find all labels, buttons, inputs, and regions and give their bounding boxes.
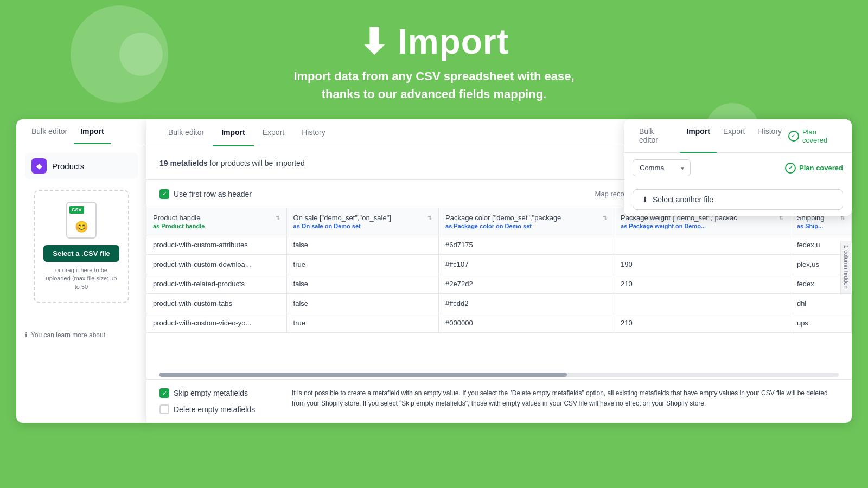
csv-upload-area: 😊 Select a .CSV file or drag it here to … (34, 190, 129, 303)
csv-face: 😊 (75, 220, 88, 233)
products-icon-shape: ◆ (36, 162, 42, 170)
left-panel-tabs: Bulk editor Import (16, 119, 146, 144)
import-count-number: 19 (159, 159, 168, 168)
right-plan-covered-text: Plan covered (802, 128, 843, 144)
right-overlay: Bulk editor Import Export History ✓ Plan… (624, 119, 852, 216)
header-checkbox-row: ✓ Use first row as header (159, 189, 586, 199)
download-icon: ⬇ (359, 22, 389, 62)
select-another-file-label: Select another file (653, 195, 713, 204)
col-as-shipping: as Ship... (797, 223, 845, 229)
data-table-wrapper: Product handle ⇅ as Product handle On sa… (146, 208, 852, 370)
cell-2-2: #2e72d2 (439, 274, 614, 294)
cell-4-3: 210 (614, 313, 790, 333)
cell-2-3: 210 (614, 274, 790, 294)
data-table: Product handle ⇅ as Product handle On sa… (146, 208, 852, 333)
products-label: Products (52, 162, 84, 171)
col-header-package-color: Package color ["demo_set","package (445, 214, 561, 222)
right-tab-history[interactable]: History (752, 119, 789, 153)
table-body: product-with-custom-attributes false #6d… (146, 235, 852, 333)
use-first-row-label: Use first row as header (174, 190, 252, 198)
table-row: product-with-custom-tabs false #ffcdd2 d… (146, 294, 852, 313)
cell-0-1: false (286, 235, 438, 255)
right-overlay-subheader: Comma Semicolon Tab ✓ Plan covered (624, 153, 852, 183)
panel-tab-history[interactable]: History (293, 119, 334, 146)
right-inline-check-icon: ✓ (785, 163, 796, 174)
scrollbar-thumb (159, 373, 567, 377)
right-tab-import[interactable]: Import (680, 119, 717, 153)
col-header-on-sale: On sale ["demo_set","on_sale"] (293, 214, 391, 222)
panel-tab-export[interactable]: Export (254, 119, 293, 146)
col-hidden-indicator: 1 column hidden (840, 241, 852, 293)
delete-empty-checkbox[interactable] (159, 404, 169, 414)
cell-1-1: true (286, 255, 438, 274)
csv-drag-text: or drag it here to be uploaded (max file… (43, 266, 119, 291)
right-plan-covered-inline: ✓ Plan covered (785, 163, 843, 174)
right-tabs-left: Bulk editor Import Export History (633, 119, 788, 152)
cell-1-2: #ffc107 (439, 255, 614, 274)
products-menu-item[interactable]: ◆ Products (25, 153, 138, 179)
import-text: for products will be imported (210, 159, 305, 168)
delete-empty-label: Delete empty metafields (174, 405, 255, 414)
left-tab-bulk-editor[interactable]: Bulk editor (25, 119, 74, 144)
sort-icon-1[interactable]: ⇅ (427, 215, 432, 221)
right-comma-select-wrapper: Comma Semicolon Tab (633, 159, 691, 176)
table-row: product-with-custom-downloa... true #ffc… (146, 255, 852, 274)
right-check-icon: ✓ (788, 131, 799, 142)
csv-file-icon: 😊 (66, 202, 97, 239)
cell-1-3: 190 (614, 255, 790, 274)
col-on-sale: On sale ["demo_set","on_sale"] ⇅ as On s… (286, 208, 438, 235)
horizontal-scrollbar[interactable] (159, 373, 839, 377)
cell-2-0: product-with-related-products (146, 274, 286, 294)
sort-icon-0[interactable]: ⇅ (276, 215, 280, 221)
col-as-on-sale: as On sale on Demo set (293, 223, 432, 229)
cell-4-2: #000000 (439, 313, 614, 333)
col-package-color: Package color ["demo_set","package ⇅ as … (439, 208, 614, 235)
cell-4-4: ups (790, 313, 851, 333)
cell-3-4: dhl (790, 294, 851, 313)
cell-2-1: false (286, 274, 438, 294)
skip-empty-label: Skip empty metafields (174, 389, 248, 397)
checkboxes-col: ✓ Skip empty metafields Delete empty met… (159, 388, 279, 414)
select-file-download-icon: ⬇ (642, 195, 648, 204)
table-row: product-with-related-products false #2e7… (146, 274, 852, 294)
cell-3-3 (614, 294, 790, 313)
cell-1-0: product-with-custom-downloa... (146, 255, 286, 274)
cell-4-1: true (286, 313, 438, 333)
select-csv-button[interactable]: Select a .CSV file (43, 245, 119, 262)
left-panel: Bulk editor Import ◆ Products 😊 Select a… (16, 119, 146, 423)
main-area: Bulk editor Import ◆ Products 😊 Select a… (0, 119, 868, 423)
right-tab-export[interactable]: Export (717, 119, 751, 153)
col-header-product-handle: Product handle (153, 214, 200, 222)
sort-icon-2[interactable]: ⇅ (603, 215, 607, 221)
right-tab-bulk-editor[interactable]: Bulk editor (633, 119, 680, 153)
skip-empty-checkbox[interactable]: ✓ (159, 388, 169, 398)
left-panel-body: ◆ Products 😊 Select a .CSV file or drag … (16, 144, 146, 323)
cell-3-0: product-with-custom-tabs (146, 294, 286, 313)
left-tab-import[interactable]: Import (74, 119, 111, 144)
products-icon: ◆ (31, 158, 47, 174)
import-count-metafields: metafields (170, 159, 207, 168)
col-as-package-color: as Package color on Demo set (445, 223, 607, 229)
bg-circle-2 (119, 33, 163, 76)
col-product-handle: Product handle ⇅ as Product handle (146, 208, 286, 235)
hero-title-text: Import (398, 22, 509, 62)
cell-0-2: #6d7175 (439, 235, 614, 255)
col-as-package-weight: as Package weight on Demo... (621, 223, 783, 229)
info-text: It is not possible to create a metafield… (292, 388, 839, 409)
cell-0-0: product-with-custom-attributes (146, 235, 286, 255)
table-row: product-with-custom-attributes false #6d… (146, 235, 852, 255)
select-another-file-button[interactable]: ⬇ Select another file (633, 189, 843, 210)
left-panel-footer: ℹ You can learn more about (16, 323, 146, 348)
panel-tab-import[interactable]: Import (213, 119, 254, 146)
table-row: product-with-custom-video-yo... true #00… (146, 313, 852, 333)
delete-empty-row: Delete empty metafields (159, 404, 279, 414)
right-inline-plan-text: Plan covered (799, 164, 843, 172)
cell-3-1: false (286, 294, 438, 313)
right-comma-select[interactable]: Comma Semicolon Tab (633, 159, 691, 176)
use-first-row-checkbox[interactable]: ✓ (159, 189, 169, 199)
panel-tab-bulk-editor[interactable]: Bulk editor (159, 119, 213, 146)
cell-0-3 (614, 235, 790, 255)
right-overlay-tabs: Bulk editor Import Export History ✓ Plan… (624, 119, 852, 153)
col-as-product-handle: as Product handle (153, 223, 280, 229)
cell-3-2: #ffcdd2 (439, 294, 614, 313)
